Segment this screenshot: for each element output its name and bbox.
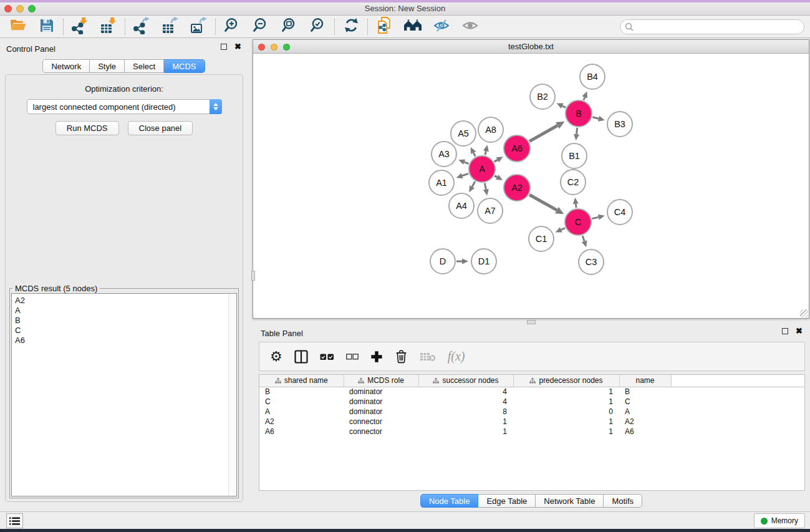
zoom-in-button[interactable] (221, 17, 243, 36)
graph-node-A5[interactable]: A5 (451, 121, 476, 146)
tab-motifs[interactable]: Motifs (604, 494, 642, 508)
cell-shared-name[interactable]: A2 (259, 417, 344, 427)
tab-node-table[interactable]: Node Table (420, 494, 479, 508)
edge-B-B3[interactable] (592, 116, 605, 122)
cell-shared-name[interactable]: A6 (259, 427, 344, 437)
mcds-result-item[interactable]: A6 (15, 336, 236, 346)
mcds-result-list[interactable]: A2ABCA6 (11, 293, 237, 496)
edge-A-A6[interactable] (494, 157, 503, 162)
cell-name[interactable]: B (619, 387, 671, 397)
tab-style[interactable]: Style (90, 59, 125, 73)
zoom-selected-button[interactable] (307, 17, 329, 36)
delete-table-button-disabled[interactable] (420, 351, 436, 363)
zoom-fit-button[interactable] (279, 17, 300, 36)
table-row[interactable]: Adominator80A (259, 407, 805, 417)
cell-predecessor-nodes[interactable]: 1 (513, 427, 619, 437)
table-settings-button[interactable]: ⚙ (270, 350, 282, 364)
float-panel-icon[interactable] (221, 44, 227, 50)
graph-node-C3[interactable]: C3 (579, 249, 604, 274)
tab-select[interactable]: Select (125, 59, 164, 73)
edge-A-A3[interactable] (458, 160, 468, 165)
cell-predecessor-nodes[interactable]: 1 (513, 397, 619, 407)
close-panel-button[interactable]: Close panel (128, 121, 193, 135)
graph-node-B2[interactable]: B2 (530, 84, 555, 109)
network-canvas[interactable]: AA1A2A3A4A5A6A7A8BB1B2B3B4CC1C2C3C4DD1 (254, 54, 808, 317)
cell-predecessor-nodes[interactable]: 0 (513, 407, 619, 417)
result-scrollbar[interactable] (228, 294, 236, 496)
graph-node-D1[interactable]: D1 (471, 249, 496, 274)
function-builder-button-disabled[interactable]: f(x) (448, 349, 465, 364)
cell-name[interactable]: A (619, 407, 671, 417)
close-table-panel-icon[interactable]: ✖ (796, 328, 803, 334)
edge-A-A5[interactable] (471, 147, 476, 157)
select-all-columns-button[interactable] (320, 352, 334, 361)
save-session-button[interactable] (36, 17, 57, 36)
graph-node-C4[interactable]: C4 (607, 200, 632, 225)
table-row[interactable]: Bdominator41B (259, 387, 805, 397)
table-row[interactable]: Cdominator41C (259, 397, 805, 407)
graph-node-A4[interactable]: A4 (449, 193, 474, 218)
edge-C-C2[interactable] (573, 198, 579, 208)
edge-C-C3[interactable] (582, 236, 587, 247)
edge-B-B4[interactable] (582, 91, 587, 100)
column-header-successor-nodes[interactable]: successor nodes (418, 375, 513, 387)
show-eye-button[interactable] (460, 17, 481, 36)
graph-node-A[interactable]: A (469, 156, 495, 182)
cell-predecessor-nodes[interactable]: 1 (513, 387, 619, 397)
graph-node-B1[interactable]: B1 (562, 143, 587, 168)
open-session-button[interactable] (7, 17, 29, 36)
graph-node-A7[interactable]: A7 (478, 198, 503, 223)
create-column-button[interactable] (370, 351, 383, 363)
column-header-MCDS-role[interactable]: MCDS role (344, 375, 418, 387)
mcds-result-item[interactable]: A2 (15, 296, 236, 306)
edge-A2-C[interactable] (529, 195, 564, 214)
graph-node-B4[interactable]: B4 (580, 64, 605, 89)
cell-shared-name[interactable]: A (259, 407, 344, 417)
export-image-button[interactable] (188, 17, 210, 36)
graph-node-A3[interactable]: A3 (432, 142, 456, 167)
cell-MCDS-role[interactable]: connector (344, 417, 418, 427)
cell-name[interactable]: C (619, 397, 671, 407)
edge-D-D1[interactable] (456, 258, 468, 264)
home-networks-button[interactable] (402, 17, 423, 36)
close-panel-icon[interactable]: ✖ (234, 44, 241, 50)
graph-node-A1[interactable]: A1 (429, 170, 454, 195)
run-mcds-button[interactable]: Run MCDS (55, 121, 119, 135)
import-table-button[interactable] (98, 17, 119, 36)
vertical-splitter-handle[interactable] (251, 271, 255, 281)
table-row[interactable]: A6connector11A6 (259, 427, 805, 437)
edge-A-A2[interactable] (494, 175, 503, 180)
edge-A-A4[interactable] (469, 181, 475, 192)
delete-column-button[interactable] (395, 349, 408, 364)
column-header-predecessor-nodes[interactable]: predecessor nodes (513, 375, 619, 387)
cell-predecessor-nodes[interactable]: 1 (513, 417, 619, 427)
edge-A-A7[interactable] (483, 183, 489, 196)
cell-successor-nodes[interactable]: 4 (418, 397, 513, 407)
cell-successor-nodes[interactable]: 1 (418, 427, 513, 437)
network-window-titlebar[interactable]: testGlobe.txt (253, 40, 809, 54)
mcds-result-item[interactable]: C (15, 326, 236, 336)
cell-shared-name[interactable]: B (259, 387, 344, 397)
resize-grip-icon[interactable] (800, 309, 808, 317)
tab-edge-table[interactable]: Edge Table (478, 494, 536, 508)
cell-successor-nodes[interactable]: 1 (418, 417, 513, 427)
cell-MCDS-role[interactable]: dominator (344, 407, 418, 417)
tab-mcds[interactable]: MCDS (164, 59, 205, 73)
column-header-shared-name[interactable]: shared name (259, 375, 344, 387)
edge-C-C4[interactable] (592, 215, 604, 220)
cell-MCDS-role[interactable]: dominator (344, 387, 418, 397)
clone-network-button[interactable] (374, 17, 395, 36)
column-header-name[interactable]: name (619, 375, 671, 387)
cell-successor-nodes[interactable]: 4 (418, 387, 513, 397)
show-columns-button[interactable] (294, 350, 308, 364)
edge-A-A8[interactable] (483, 145, 489, 155)
hide-eye-button[interactable] (431, 17, 452, 36)
edge-B-B2[interactable] (557, 104, 566, 109)
edge-A-A1[interactable] (456, 173, 469, 178)
mcds-result-item[interactable]: B (15, 316, 236, 326)
zoom-out-button[interactable] (250, 17, 271, 36)
cell-successor-nodes[interactable]: 8 (418, 407, 513, 417)
cell-shared-name[interactable]: C (259, 397, 344, 407)
graph-node-B[interactable]: B (566, 100, 592, 127)
export-network-button[interactable] (131, 17, 152, 36)
